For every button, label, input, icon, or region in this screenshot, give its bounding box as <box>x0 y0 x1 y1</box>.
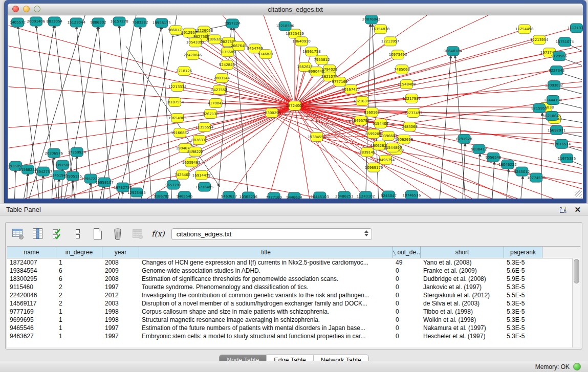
table-cell[interactable]: Changes of HCN gene expression and I(f) … <box>139 258 393 267</box>
table-cell[interactable]: 9463627 <box>7 332 56 340</box>
table-cell[interactable]: 1997 <box>102 324 139 332</box>
table-cell[interactable]: 5.3E-5 <box>504 316 542 324</box>
table-cell[interactable]: Wolkin et al. (1998) <box>421 316 504 324</box>
table-cell[interactable]: 0 <box>393 267 421 275</box>
table-cell[interactable]: 5.3E-5 <box>504 258 542 267</box>
table-cell[interactable]: Disruption of a novel member of a sodium… <box>139 299 393 308</box>
table-scrollbar[interactable] <box>572 258 580 347</box>
table-cell[interactable]: 1 <box>56 308 102 316</box>
table-cell[interactable]: Yano et al. (2008) <box>421 258 504 267</box>
table-cell[interactable]: 5.3E-5 <box>504 332 542 340</box>
column-header-2[interactable]: year <box>102 247 139 258</box>
table-cell[interactable]: 9115460 <box>7 283 56 291</box>
row-height-button[interactable] <box>71 227 85 241</box>
table-select-dropdown[interactable]: citations_edges.txt <box>171 228 372 240</box>
table-cell[interactable]: 1997 <box>102 283 139 291</box>
table-cell[interactable]: 2012 <box>102 291 139 299</box>
table-cell[interactable]: Stergiakouli et al. (2012) <box>421 291 504 299</box>
zoom-window-button[interactable] <box>34 6 40 12</box>
function-builder-button[interactable]: f(x) <box>151 229 165 238</box>
table-cell[interactable]: 9465546 <box>7 324 56 332</box>
float-panel-icon[interactable] <box>559 206 567 213</box>
table-cell[interactable]: Nakamura et al. (1997) <box>421 324 504 332</box>
network-view-canvas[interactable]: 1872400718300295193845549860123891295412… <box>8 15 583 199</box>
table-cell[interactable]: Structural magnetic resonance image aver… <box>139 316 393 324</box>
table-cell[interactable]: 5.3E-5 <box>504 299 542 308</box>
table-row[interactable]: 969969511998Structural magnetic resonanc… <box>7 316 580 324</box>
table-cell[interactable]: Hescheler et al. (1997) <box>421 332 504 340</box>
table-cell[interactable]: 0 <box>393 299 421 308</box>
table-cell[interactable]: Embryonic stem cells: a model to study s… <box>139 332 393 340</box>
table-cell[interactable]: de Silva et al. (2003) <box>421 299 504 308</box>
table-cell[interactable]: Tourette syndrome. Phenomenology and cla… <box>139 283 393 291</box>
table-cell[interactable]: 1 <box>56 324 102 332</box>
change-table-mode-button[interactable] <box>11 227 25 241</box>
table-cell[interactable]: 1 <box>56 316 102 324</box>
table-cell[interactable]: 14569117 <box>7 299 56 308</box>
table-cell[interactable]: 2008 <box>102 275 139 283</box>
table-cell[interactable]: 2 <box>56 299 102 308</box>
table-cell[interactable]: 19384554 <box>7 267 56 275</box>
table-row[interactable]: 1830029562008Estimation of significance … <box>7 275 580 283</box>
table-row[interactable]: 911546021997Tourette syndrome. Phenomeno… <box>7 283 580 291</box>
table-cell[interactable]: 1997 <box>102 332 139 340</box>
table-row[interactable]: 977716911998Corpus callosum shape and si… <box>7 308 580 316</box>
table-cell[interactable]: 5.3E-5 <box>504 283 542 291</box>
table-cell[interactable]: 0 <box>393 332 421 340</box>
table-cell[interactable]: 0 <box>393 291 421 299</box>
table-cell[interactable]: Dudbridge et al. (2008) <box>421 275 504 283</box>
table-cell[interactable]: 49 <box>393 258 421 267</box>
table-cell[interactable]: 1998 <box>102 308 139 316</box>
column-header-4[interactable]: △ out_de… <box>393 247 421 258</box>
table-row[interactable]: 946554611997Estimation of the future num… <box>7 324 580 332</box>
table-cell[interactable]: 6 <box>56 267 102 275</box>
table-cell[interactable]: 5.6E-5 <box>504 267 542 275</box>
new-table-button[interactable] <box>91 227 105 241</box>
window-titlebar[interactable]: citations_edges.txt <box>8 4 583 15</box>
column-header-1[interactable]: in_degree <box>56 247 102 258</box>
table-cell[interactable]: 5.9E-5 <box>504 275 542 283</box>
table-cell[interactable]: 0 <box>393 308 421 316</box>
column-header-6[interactable]: pagerank <box>504 247 542 258</box>
table-cell[interactable]: 18724007 <box>7 258 56 267</box>
delete-table-button[interactable] <box>111 227 125 241</box>
table-cell[interactable]: 0 <box>393 283 421 291</box>
column-header-3[interactable]: title <box>139 247 393 258</box>
select-columns-button[interactable] <box>51 227 65 241</box>
table-cell[interactable]: 0 <box>393 275 421 283</box>
table-cell[interactable]: 2008 <box>102 258 139 267</box>
table-row[interactable]: 1872400712008Changes of HCN gene express… <box>7 258 580 267</box>
table-cell[interactable]: 1 <box>56 332 102 340</box>
show-column-button[interactable] <box>31 227 45 241</box>
table-cell[interactable]: 0 <box>393 324 421 332</box>
table-cell[interactable]: 0 <box>393 316 421 324</box>
table-row[interactable]: 1938455462009Genome-wide association stu… <box>7 267 580 275</box>
table-row[interactable]: 2242004622012Investigating the contribut… <box>7 291 580 299</box>
table-cell[interactable]: 5.5E-5 <box>504 291 542 299</box>
table-row[interactable]: 1456911722003Disruption of a novel membe… <box>7 299 580 308</box>
table-cell[interactable]: 5.3E-5 <box>504 324 542 332</box>
window-resize-grip[interactable] <box>575 190 582 198</box>
table-cell[interactable]: Estimation of the future numbers of pati… <box>139 324 393 332</box>
table-row[interactable]: 946362711997Embryonic stem cells: a mode… <box>7 332 580 340</box>
column-header-5[interactable]: short <box>421 247 504 258</box>
table-cell[interactable]: 9777169 <box>7 308 56 316</box>
table-cell[interactable]: 22420046 <box>7 291 56 299</box>
table-cell[interactable]: 18300295 <box>7 275 56 283</box>
table-cell[interactable]: Corpus callosum shape and size in male p… <box>139 308 393 316</box>
table-cell[interactable]: 2003 <box>102 299 139 308</box>
close-panel-icon[interactable]: ✕ <box>574 206 581 213</box>
table-cell[interactable]: Tibbo et al. (1998) <box>421 308 504 316</box>
table-cell[interactable]: 2 <box>56 291 102 299</box>
table-cell[interactable]: Investigating the contribution of common… <box>139 291 393 299</box>
table-cell[interactable]: Franke et al. (2009) <box>421 267 504 275</box>
table-cell[interactable]: 1 <box>56 258 102 267</box>
table-cell[interactable]: Estimation of significance thresholds fo… <box>139 275 393 283</box>
table-cell[interactable]: 5.3E-5 <box>504 308 542 316</box>
table-cell[interactable]: 1998 <box>102 316 139 324</box>
close-window-button[interactable] <box>12 6 19 12</box>
table-cell[interactable]: 2 <box>56 283 102 291</box>
table-cell[interactable]: 9699695 <box>7 316 56 324</box>
column-header-0[interactable]: name <box>7 247 56 258</box>
minimize-window-button[interactable] <box>23 6 30 12</box>
